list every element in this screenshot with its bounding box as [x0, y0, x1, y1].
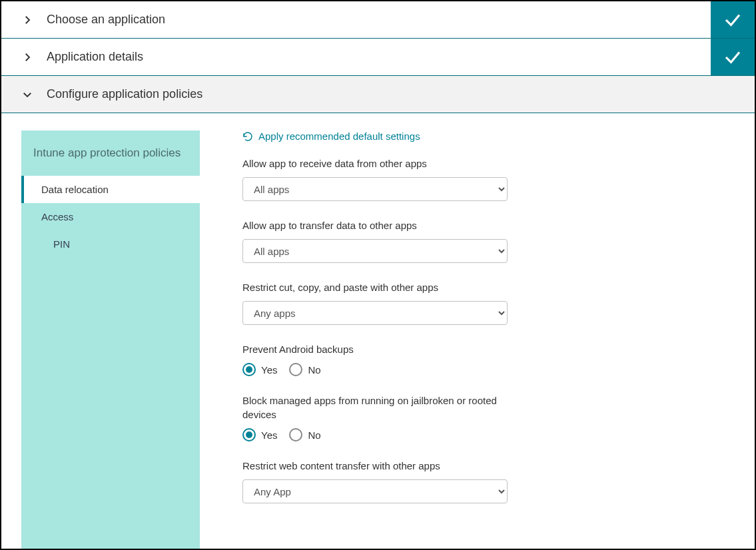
field-restrict-web: Restrict web content transfer with other… [242, 459, 721, 503]
radio-label: No [308, 429, 320, 441]
field-prevent-backup: Prevent Android backups Yes No [242, 342, 721, 376]
receive-data-select[interactable]: All apps [242, 177, 508, 201]
apply-defaults-label: Apply recommended default settings [258, 131, 420, 142]
field-label: Block managed apps from running on jailb… [242, 394, 509, 421]
radio-circle-icon [289, 428, 302, 441]
sidebar-item-data-relocation[interactable]: Data relocation [21, 176, 200, 203]
check-icon [723, 10, 743, 30]
accordion-header[interactable]: Choose an application [1, 1, 711, 38]
field-transfer-data: Allow app to transfer data to other apps… [242, 218, 721, 263]
radio-circle-icon [242, 363, 256, 376]
wizard-container: Choose an application Application detail… [0, 0, 756, 550]
field-label: Allow app to receive data from other app… [242, 156, 509, 170]
policy-form: Apply recommended default settings Allow… [200, 131, 735, 549]
accordion-step-choose-application[interactable]: Choose an application [1, 1, 755, 39]
sidebar-item-pin[interactable]: PIN [21, 230, 200, 258]
radio-yes[interactable]: Yes [242, 428, 277, 441]
accordion-header[interactable]: Configure application policies [1, 76, 755, 113]
accordion-title: Application details [47, 50, 143, 64]
chevron-down-icon [21, 89, 33, 101]
sidebar-item-label: Access [41, 211, 73, 222]
sidebar-item-label: PIN [53, 238, 70, 250]
chevron-right-icon [21, 51, 33, 63]
radio-circle-icon [242, 428, 256, 441]
check-icon [723, 47, 743, 67]
field-label: Prevent Android backups [242, 342, 509, 356]
policy-sidebar: Intune app protection policies Data relo… [21, 131, 200, 549]
radio-no[interactable]: No [289, 428, 320, 441]
chevron-right-icon [21, 14, 33, 26]
field-label: Allow app to transfer data to other apps [242, 218, 509, 232]
policy-content-area: Intune app protection policies Data relo… [1, 113, 755, 549]
apply-defaults-link[interactable]: Apply recommended default settings [242, 131, 420, 142]
accordion-step-application-details[interactable]: Application details [1, 39, 755, 76]
prevent-backup-radio-group: Yes No [242, 363, 721, 376]
field-restrict-ccp: Restrict cut, copy, and paste with other… [242, 280, 721, 325]
block-jailbroken-radio-group: Yes No [242, 428, 721, 441]
accordion-title: Configure application policies [47, 87, 202, 101]
restrict-web-select[interactable]: Any App [242, 479, 508, 503]
sidebar-item-access[interactable]: Access [21, 203, 200, 230]
field-label: Restrict cut, copy, and paste with other… [242, 280, 509, 294]
sidebar-title: Intune app protection policies [21, 131, 200, 176]
step-complete-badge [711, 39, 755, 75]
radio-circle-icon [289, 363, 302, 376]
accordion-title: Choose an application [47, 13, 165, 27]
sidebar-item-label: Data relocation [41, 184, 109, 195]
radio-label: Yes [261, 429, 277, 441]
refresh-icon [242, 131, 253, 142]
field-label: Restrict web content transfer with other… [242, 459, 509, 473]
restrict-ccp-select[interactable]: Any apps [242, 301, 508, 325]
radio-label: Yes [261, 364, 277, 376]
field-receive-data: Allow app to receive data from other app… [242, 156, 721, 201]
radio-yes[interactable]: Yes [242, 363, 277, 376]
radio-label: No [308, 364, 320, 376]
accordion-step-configure-policies[interactable]: Configure application policies [1, 76, 755, 113]
field-block-jailbroken: Block managed apps from running on jailb… [242, 394, 721, 441]
transfer-data-select[interactable]: All apps [242, 239, 508, 263]
step-complete-badge [711, 1, 755, 38]
radio-no[interactable]: No [289, 363, 320, 376]
accordion-header[interactable]: Application details [1, 39, 711, 75]
